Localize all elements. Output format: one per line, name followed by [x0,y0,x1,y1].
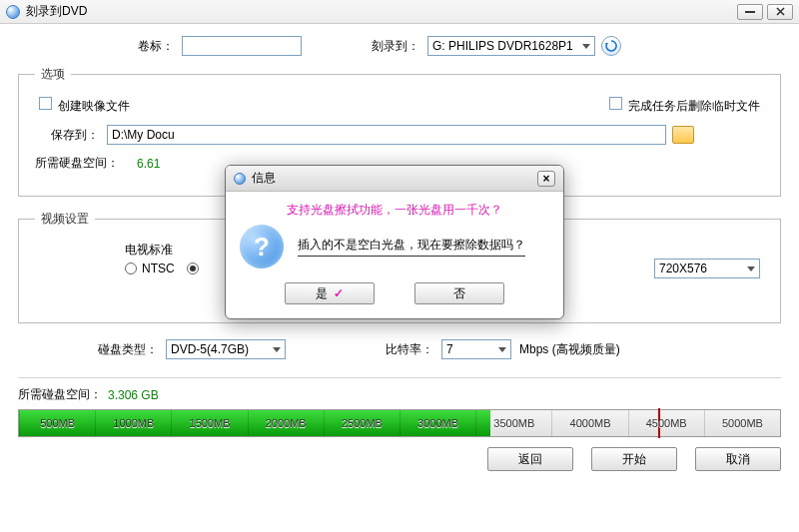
meter-value: 3.306 GB [108,388,159,402]
refresh-button[interactable] [601,36,621,56]
disc-type-combo[interactable]: DVD-5(4.7GB) [166,339,286,359]
pal-radio[interactable] [187,263,199,274]
disk-space-label: 所需硬盘空间： [35,155,129,172]
back-button[interactable]: 返回 [487,447,573,471]
burn-to-combo[interactable]: G: PHILIPS DVDR1628P1 [427,36,595,56]
disk-space-value: 6.61 [137,157,160,171]
tv-standard-label: 电视标准 [125,242,173,259]
create-image-checkbox[interactable]: 创建映像文件 [39,97,130,115]
question-icon: ? [240,225,284,268]
cancel-button[interactable]: 取消 [695,447,781,471]
volume-label-input[interactable] [182,36,302,56]
separator [18,377,781,378]
browse-folder-button[interactable] [672,126,694,144]
disc-icon [6,5,20,19]
save-to-label: 保存到： [35,127,99,144]
titlebar: 刻录到DVD [0,0,799,24]
dialog-message: 插入的不是空白光盘，现在要擦除数据吗？ [298,237,525,257]
options-legend: 选项 [35,66,71,83]
meter-label: 所需碰盘空间： [18,386,102,403]
disc-type-label: 碰盘类型： [98,341,158,358]
save-to-input[interactable] [107,125,666,145]
yes-button[interactable]: 是✓ [285,282,375,304]
delete-temp-checkbox[interactable]: 完成任务后删除临时文件 [609,97,760,115]
burn-to-value: G: PHILIPS DVDR1628P1 [432,39,573,53]
video-legend: 视频设置 [35,211,95,228]
dialog-close-button[interactable]: × [537,171,555,187]
chevron-down-icon [498,347,506,352]
dialog-headline: 支持光盘擦拭功能，一张光盘用一千次？ [240,202,549,219]
disk-meter: 500MB1000MB1500MB2000MB2500MB3000MB3500M… [18,409,781,437]
dialog-title: 信息 [252,170,276,187]
info-dialog: 信息 × 支持光盘擦拭功能，一张光盘用一千次？ ? 插入的不是空白光盘，现在要擦… [225,165,564,319]
start-button[interactable]: 开始 [591,447,677,471]
bitrate-unit: Mbps (高视频质量) [519,341,620,358]
bitrate-label: 比特率： [386,341,433,358]
bitrate-combo[interactable]: 7 [441,339,511,359]
no-button[interactable]: 否 [414,282,504,304]
volume-label-label: 卷标： [138,38,174,55]
minimize-button[interactable] [737,4,763,20]
chevron-down-icon [582,44,590,49]
svg-rect-0 [745,11,755,13]
disc-icon [234,173,246,185]
check-icon: ✓ [334,286,344,300]
resolution-combo[interactable]: 720X576 [654,259,760,278]
ntsc-radio[interactable]: NTSC [125,262,175,275]
burn-to-label: 刻录到： [372,38,419,55]
dialog-header: 信息 × [226,166,563,192]
close-button[interactable] [767,4,793,20]
chevron-down-icon [273,347,281,352]
window-title: 刻录到DVD [26,3,87,20]
chevron-down-icon [747,266,755,271]
